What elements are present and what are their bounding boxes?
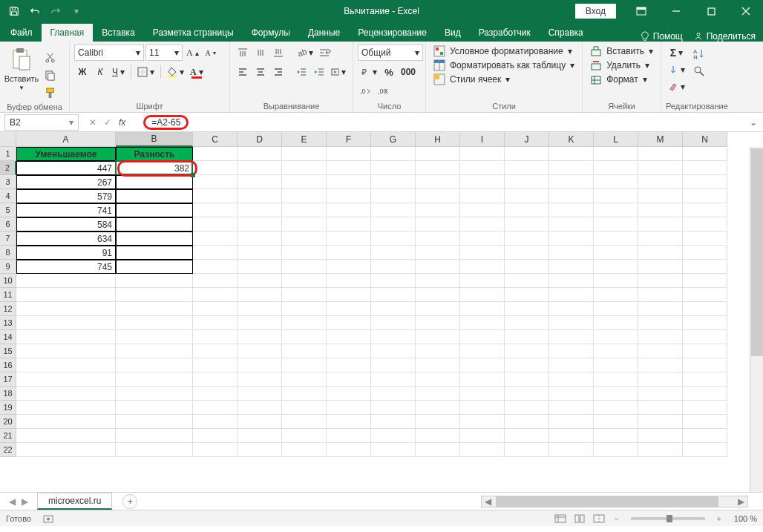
cell-M10[interactable] <box>638 274 683 288</box>
cell-N8[interactable] <box>683 246 727 260</box>
row-header-18[interactable]: 18 <box>0 387 16 401</box>
cell-I11[interactable] <box>460 288 505 302</box>
tab-view[interactable]: Вид <box>436 24 470 42</box>
merge-center-icon[interactable]: ▾ <box>329 64 348 80</box>
cell-H11[interactable] <box>416 288 460 302</box>
cell-M12[interactable] <box>638 302 683 316</box>
cell-D22[interactable] <box>238 443 282 457</box>
row-header-5[interactable]: 5 <box>0 203 16 217</box>
tab-insert[interactable]: Вставка <box>93 24 144 42</box>
cell-I4[interactable] <box>460 189 505 203</box>
cell-G17[interactable] <box>371 372 416 387</box>
cell-styles-button[interactable]: Стили ячеек▾ <box>430 73 577 86</box>
cell-C15[interactable] <box>193 344 238 358</box>
share-button[interactable]: Поделиться <box>693 31 756 42</box>
cell-D13[interactable] <box>238 316 282 330</box>
font-color-icon[interactable]: A▾ <box>188 64 206 80</box>
cell-B17[interactable] <box>116 372 193 387</box>
cell-B9[interactable] <box>116 260 193 274</box>
cell-D12[interactable] <box>238 302 282 316</box>
hscroll-thumb[interactable] <box>496 496 718 507</box>
cell-B2[interactable]: 382 <box>116 161 193 175</box>
cell-F13[interactable] <box>327 316 371 330</box>
cell-L22[interactable] <box>594 443 638 457</box>
cell-N6[interactable] <box>683 217 727 231</box>
delete-cells-button[interactable]: Удалить▾ <box>587 59 656 72</box>
cell-A21[interactable] <box>16 429 116 443</box>
cell-K15[interactable] <box>549 344 594 358</box>
cell-F19[interactable] <box>327 401 371 415</box>
cell-J15[interactable] <box>505 344 549 358</box>
cell-J10[interactable] <box>505 274 549 288</box>
cell-J6[interactable] <box>505 217 549 231</box>
cell-A11[interactable] <box>16 288 116 302</box>
cell-J3[interactable] <box>505 175 549 189</box>
cell-H7[interactable] <box>416 231 460 246</box>
cell-L7[interactable] <box>594 231 638 246</box>
cell-N13[interactable] <box>683 316 727 330</box>
cell-G11[interactable] <box>371 288 416 302</box>
cell-H5[interactable] <box>416 203 460 217</box>
cell-K19[interactable] <box>549 401 594 415</box>
cell-G4[interactable] <box>371 189 416 203</box>
cell-F15[interactable] <box>327 344 371 358</box>
cell-H13[interactable] <box>416 316 460 330</box>
fill-icon[interactable]: ▾ <box>666 62 687 78</box>
cell-J5[interactable] <box>505 203 549 217</box>
cell-D10[interactable] <box>238 274 282 288</box>
cell-D20[interactable] <box>238 415 282 429</box>
shrink-font-icon[interactable]: A▾ <box>203 45 219 61</box>
cell-B21[interactable] <box>116 429 193 443</box>
cell-J9[interactable] <box>505 260 549 274</box>
cell-N18[interactable] <box>683 387 727 401</box>
cell-F18[interactable] <box>327 387 371 401</box>
cell-C8[interactable] <box>193 246 238 260</box>
cell-K18[interactable] <box>549 387 594 401</box>
cell-J11[interactable] <box>505 288 549 302</box>
cell-M14[interactable] <box>638 330 683 344</box>
autosum-icon[interactable]: Σ▾ <box>666 45 687 61</box>
cell-C10[interactable] <box>193 274 238 288</box>
cell-E14[interactable] <box>282 330 327 344</box>
cell-H22[interactable] <box>416 443 460 457</box>
cell-C21[interactable] <box>193 429 238 443</box>
cell-L18[interactable] <box>594 387 638 401</box>
cell-D15[interactable] <box>238 344 282 358</box>
cell-A9[interactable]: 745 <box>16 260 116 274</box>
tab-developer[interactable]: Разработчик <box>470 24 540 42</box>
cell-F6[interactable] <box>327 217 371 231</box>
cell-J20[interactable] <box>505 415 549 429</box>
cell-M9[interactable] <box>638 260 683 274</box>
find-select-icon[interactable] <box>690 63 708 79</box>
cell-K3[interactable] <box>549 175 594 189</box>
cell-D6[interactable] <box>238 217 282 231</box>
copy-icon[interactable] <box>42 67 58 83</box>
cell-I7[interactable] <box>460 231 505 246</box>
cell-B4[interactable] <box>116 189 193 203</box>
fx-icon[interactable]: fx <box>119 117 125 128</box>
cell-D4[interactable] <box>238 189 282 203</box>
cell-G18[interactable] <box>371 387 416 401</box>
cell-E4[interactable] <box>282 189 327 203</box>
cell-K1[interactable] <box>549 147 594 161</box>
cell-A8[interactable]: 91 <box>16 246 116 260</box>
cell-C6[interactable] <box>193 217 238 231</box>
cell-E3[interactable] <box>282 175 327 189</box>
cell-I12[interactable] <box>460 302 505 316</box>
increase-indent-icon[interactable] <box>311 64 327 80</box>
conditional-formatting-button[interactable]: Условное форматирование▾ <box>430 45 577 58</box>
cell-G12[interactable] <box>371 302 416 316</box>
undo-icon[interactable] <box>25 1 45 21</box>
underline-button[interactable]: Ч▾ <box>110 64 127 80</box>
cell-F8[interactable] <box>327 246 371 260</box>
cell-B1[interactable]: Разность <box>116 147 193 161</box>
cell-I16[interactable] <box>460 358 505 372</box>
cell-L4[interactable] <box>594 189 638 203</box>
cell-J4[interactable] <box>505 189 549 203</box>
cell-H8[interactable] <box>416 246 460 260</box>
qat-customize-icon[interactable]: ▾ <box>67 1 86 21</box>
cell-C9[interactable] <box>193 260 238 274</box>
cell-B20[interactable] <box>116 415 193 429</box>
cell-A7[interactable]: 634 <box>16 231 116 246</box>
cell-H4[interactable] <box>416 189 460 203</box>
